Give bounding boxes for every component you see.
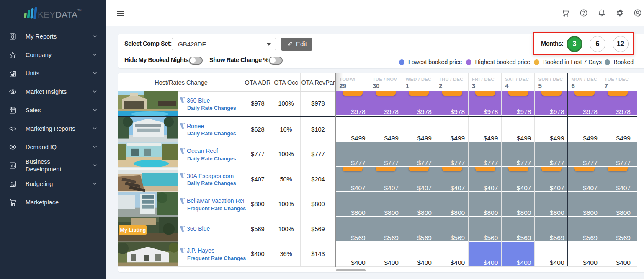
svg-text:KEYDATA: KEYDATA	[38, 10, 77, 19]
svg-text:TM: TM	[77, 9, 81, 12]
